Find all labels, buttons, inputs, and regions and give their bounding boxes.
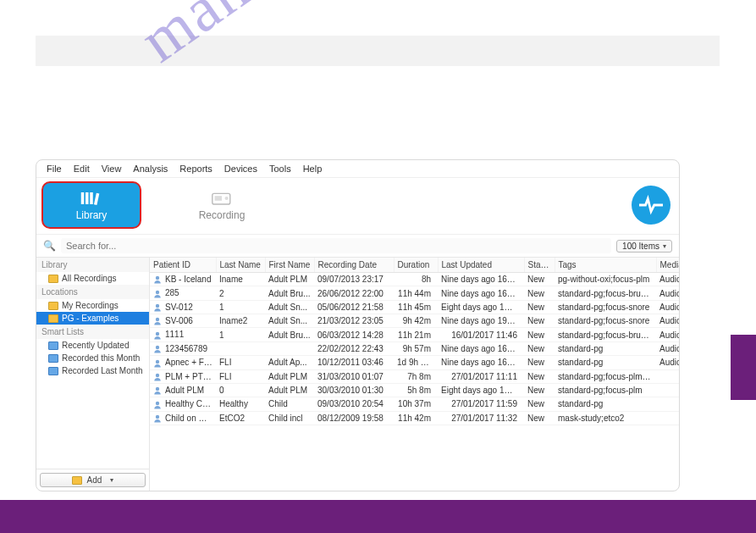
cell-first-name: Adult Bru... [265, 286, 314, 300]
cell-patient-id: 285 [165, 288, 179, 297]
table-row[interactable]: SV-0121Adult Sn...05/06/2012 21:5811h 45… [150, 300, 680, 314]
col-patient-id[interactable]: Patient ID [150, 258, 216, 273]
sidebar-header-smart-lists: Smart Lists [36, 325, 149, 339]
main-area: Library All Recordings Locations My Reco… [36, 258, 679, 491]
sidebar-item-recorded-last-month[interactable]: Recorded Last Month [36, 364, 149, 377]
recorder-device-icon [210, 189, 234, 208]
menu-edit[interactable]: Edit [74, 164, 90, 174]
cell-status: New [524, 314, 555, 328]
cell-duration: 9h 57m [394, 341, 438, 355]
cell-last-name: FLI [216, 356, 265, 369]
cell-duration: 11h 44m [394, 286, 438, 300]
svg-point-17 [156, 415, 159, 419]
svg-point-15 [156, 387, 159, 391]
sidebar-header-locations: Locations [36, 285, 149, 299]
cell-first-name: Adult Sn... [265, 300, 314, 314]
cell-recording-date: 05/06/2012 21:58 [314, 300, 394, 314]
col-tags[interactable]: Tags [555, 258, 656, 273]
table-row[interactable]: Adult PLM0Adult PLM30/03/2010 01:305h 8m… [150, 383, 680, 397]
cell-recording-date: 08/12/2009 19:58 [314, 411, 394, 425]
cell-first-name: Adult PLM [265, 369, 314, 383]
col-duration[interactable]: Duration [394, 258, 438, 273]
list-icon [48, 367, 58, 375]
tab-recording-label: Recording [199, 209, 246, 221]
menu-devices[interactable]: Devices [224, 164, 257, 174]
add-folder-icon [72, 476, 82, 485]
table-row[interactable]: Child on EtC...EtCO2Child incl08/12/2009… [150, 411, 680, 425]
cell-patient-id: Healthy Child [165, 399, 215, 408]
cell-duration: 9h 42m [394, 314, 438, 328]
menu-file[interactable]: File [47, 164, 62, 174]
cell-patient-id: Child on EtC... [165, 414, 216, 423]
table-row[interactable]: 12345678922/02/2012 22:439h 57mNine days… [150, 341, 680, 355]
folder-icon [48, 275, 58, 283]
tab-library[interactable]: Library [41, 181, 141, 229]
cell-last-name: 1 [216, 300, 265, 314]
sidebar-item-pg-examples[interactable]: PG - Examples [36, 312, 149, 325]
cell-first-name: Adult PLM [265, 383, 314, 397]
cell-first-name: Adult Sn... [265, 314, 314, 328]
cell-duration: 11h 42m [394, 411, 438, 425]
svg-point-11 [156, 332, 159, 336]
col-media[interactable]: Media [656, 258, 680, 273]
page-side-tab [731, 335, 756, 400]
table-row[interactable]: 2852Adult Bru...26/06/2012 22:0011h 44mN… [150, 286, 680, 300]
menu-help[interactable]: Help [303, 164, 323, 174]
table-row[interactable]: PLM + PTT ...FLIAdult PLM31/03/2010 01:0… [150, 369, 680, 383]
sidebar-item-my-recordings[interactable]: My Recordings [36, 299, 149, 312]
table-row[interactable]: KB - IcelandInameAdult PLM09/07/2013 23:… [150, 273, 680, 286]
cell-recording-date: 06/03/2012 14:28 [314, 328, 394, 341]
cell-patient-id: 1111 [165, 330, 184, 339]
svg-point-9 [156, 304, 159, 308]
cell-recording-date: 22/02/2012 22:43 [314, 341, 394, 355]
col-status[interactable]: Status [524, 258, 555, 273]
col-last-updated[interactable]: Last Updated [438, 258, 524, 273]
folder-icon [48, 314, 58, 323]
cell-first-name: Child [265, 397, 314, 411]
sidebar-item-recorded-this-month[interactable]: Recorded this Month [36, 352, 149, 364]
cell-last-updated: 27/01/2017 11:32 [438, 411, 524, 425]
add-button[interactable]: Add [40, 473, 146, 487]
table-row[interactable]: Apnec + Fl...FLIAdult Ap...10/12/2011 03… [150, 356, 680, 369]
svg-rect-2 [90, 192, 93, 204]
col-last-name[interactable]: Last Name [216, 258, 265, 273]
col-recording-date[interactable]: Recording Date [314, 258, 394, 273]
records-grid: Patient ID Last Name First Name Recordin… [150, 258, 679, 491]
cell-status: New [524, 273, 555, 286]
menu-analysis[interactable]: Analysis [133, 164, 168, 174]
sidebar-item-recently-updated[interactable]: Recently Updated [36, 339, 149, 352]
tab-recording[interactable]: Recording [172, 181, 272, 229]
table-row[interactable]: 11111Adult Bru...06/03/2012 14:2811h 21m… [150, 328, 680, 341]
sidebar-item-label: PG - Examples [62, 314, 119, 323]
patient-icon [153, 386, 162, 395]
cell-last-name: 0 [216, 383, 265, 397]
cell-status: New [524, 383, 555, 397]
sidebar-item-all-recordings[interactable]: All Recordings [36, 272, 149, 285]
cell-recording-date: 21/03/2012 23:05 [314, 314, 394, 328]
cell-media [656, 383, 680, 397]
svg-rect-5 [215, 196, 222, 201]
cell-recording-date: 09/07/2013 23:17 [314, 273, 394, 286]
cell-first-name: Child incl [265, 411, 314, 425]
cell-duration: 11h 45m [394, 300, 438, 314]
pulse-icon [639, 195, 663, 215]
sidebar-item-label: Recently Updated [62, 341, 130, 350]
patient-icon [153, 401, 162, 409]
cell-last-name: Healthy [216, 397, 265, 411]
col-first-name[interactable]: First Name [265, 258, 314, 273]
cell-duration: 8h [394, 273, 438, 286]
items-per-page-dropdown[interactable]: 100 Items [616, 240, 672, 253]
cell-tags: standard-pg;focus-snore [555, 314, 656, 328]
svg-rect-3 [94, 193, 99, 205]
menu-reports[interactable]: Reports [179, 164, 212, 174]
table-row[interactable]: Healthy ChildHealthyChild09/03/2010 20:5… [150, 397, 680, 411]
menu-view[interactable]: View [102, 164, 122, 174]
search-input[interactable] [61, 238, 611, 253]
cell-duration: 7h 8m [394, 369, 438, 383]
list-icon [48, 341, 58, 350]
menu-tools[interactable]: Tools [269, 164, 291, 174]
cell-patient-id: KB - Iceland [165, 275, 211, 284]
cell-last-name: Iname [216, 273, 265, 286]
table-row[interactable]: SV-006Iname2Adult Sn...21/03/2012 23:059… [150, 314, 680, 328]
cell-first-name: Adult PLM [265, 273, 314, 286]
